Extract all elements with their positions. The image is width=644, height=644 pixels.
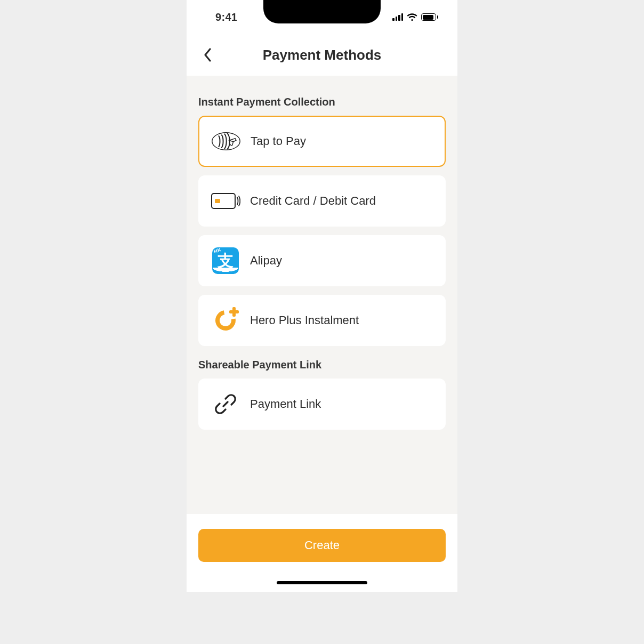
battery-icon bbox=[421, 13, 438, 21]
alipay-icon: HK 支 bbox=[211, 246, 240, 276]
alipay-glyph: 支 bbox=[218, 250, 234, 272]
page-title: Payment Methods bbox=[263, 47, 382, 63]
option-label: Payment Link bbox=[250, 397, 321, 411]
status-time: 9:41 bbox=[215, 11, 237, 23]
footer-bar: Create bbox=[187, 514, 457, 592]
chevron-left-icon bbox=[204, 48, 212, 62]
svg-rect-2 bbox=[215, 199, 220, 203]
back-button[interactable] bbox=[197, 44, 219, 66]
payment-option-hero-plus[interactable]: Hero Plus Instalment bbox=[198, 295, 446, 346]
option-label: Alipay bbox=[250, 254, 282, 268]
option-label: Tap to Pay bbox=[251, 134, 306, 148]
phone-frame: 9:41 Payment Methods Instant Payment Col… bbox=[187, 0, 457, 592]
cellular-signal-icon bbox=[392, 13, 403, 21]
section-title-shareable: Shareable Payment Link bbox=[198, 359, 446, 371]
wifi-icon bbox=[407, 13, 417, 21]
status-icons bbox=[392, 13, 438, 21]
card-icon bbox=[211, 186, 240, 216]
create-button[interactable]: Create bbox=[198, 529, 446, 562]
page-header: Payment Methods bbox=[187, 34, 457, 76]
device-notch bbox=[263, 0, 381, 23]
option-label: Credit Card / Debit Card bbox=[250, 194, 376, 208]
hero-plus-icon bbox=[211, 305, 240, 335]
link-icon bbox=[211, 389, 240, 419]
section-title-instant: Instant Payment Collection bbox=[198, 96, 446, 108]
content-area: Instant Payment Collection Tap to Pay bbox=[187, 76, 457, 513]
contactless-icon bbox=[211, 126, 241, 156]
payment-option-card[interactable]: Credit Card / Debit Card bbox=[198, 175, 446, 227]
payment-option-link[interactable]: Payment Link bbox=[198, 379, 446, 430]
payment-option-alipay[interactable]: HK 支 Alipay bbox=[198, 235, 446, 286]
option-label: Hero Plus Instalment bbox=[250, 313, 359, 327]
home-indicator[interactable] bbox=[277, 581, 367, 584]
payment-option-tap-to-pay[interactable]: Tap to Pay bbox=[198, 116, 446, 167]
